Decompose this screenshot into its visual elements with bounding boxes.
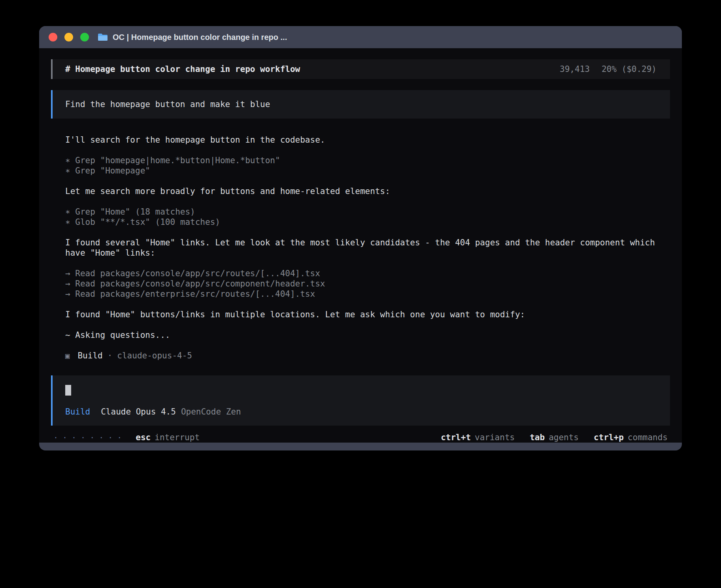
tool-call-grep: ∗ Grep "Home" (18 matches) xyxy=(65,207,656,217)
shortcut-commands[interactable]: ctrl+p commands xyxy=(594,432,668,443)
user-message: Find the homepage button and make it blu… xyxy=(51,90,670,119)
folder-icon xyxy=(98,33,108,41)
key-ctrl-t: ctrl+t xyxy=(441,432,471,443)
model-name[interactable]: Claude Opus 4.5 xyxy=(101,407,176,417)
tool-call-grep: ∗ Grep "Homepage" xyxy=(65,166,656,176)
model-line: Build Claude Opus 4.5 OpenCode Zen xyxy=(65,407,657,417)
tool-call-read: → Read packages/console/app/src/componen… xyxy=(65,279,656,289)
label-commands: commands xyxy=(628,432,668,443)
assistant-text: I found "Home" buttons/links in multiple… xyxy=(65,309,656,320)
user-message-text: Find the homepage button and make it blu… xyxy=(65,99,270,109)
close-button[interactable] xyxy=(49,33,57,41)
tool-call-read: → Read packages/enterprise/src/routes/[.… xyxy=(65,289,656,299)
key-esc: esc xyxy=(136,432,151,443)
shortcut-variants[interactable]: ctrl+t variants xyxy=(441,432,515,443)
token-count: 39,413 xyxy=(560,64,590,74)
key-tab: tab xyxy=(530,432,545,443)
title-group: OC | Homepage button color change in rep… xyxy=(98,33,287,42)
assistant-text: I found several "Home" links. Let me loo… xyxy=(65,237,656,258)
tool-call-grep: ∗ Grep "homepage|home.*button|Home.*butt… xyxy=(65,155,656,166)
spinner-icon: ········ xyxy=(53,432,126,443)
shortcut-interrupt[interactable]: esc interrupt xyxy=(136,432,200,443)
tool-call-group: → Read packages/console/app/src/routes/[… xyxy=(65,268,656,299)
tool-call-group: ∗ Grep "Home" (18 matches) ∗ Glob "**/*.… xyxy=(65,207,656,227)
session-title: # Homepage button color change in repo w… xyxy=(65,64,300,74)
assistant-text: Let me search more broadly for buttons a… xyxy=(65,186,656,196)
terminal-content: # Homepage button color change in repo w… xyxy=(39,48,682,443)
minimize-button[interactable] xyxy=(64,33,73,41)
key-ctrl-p: ctrl+p xyxy=(594,432,624,443)
working-status: ~ Asking questions... xyxy=(65,330,656,340)
session-header: # Homepage button color change in repo w… xyxy=(51,59,670,79)
context-cost: 20% ($0.29) xyxy=(602,64,657,74)
assistant-text: I'll search for the homepage button in t… xyxy=(65,135,656,145)
tool-call-read: → Read packages/console/app/src/routes/[… xyxy=(65,268,656,279)
status-bar: ········ esc interrupt ctrl+t variants t… xyxy=(51,432,670,443)
terminal-window: OC | Homepage button color change in rep… xyxy=(39,26,682,450)
label-agents: agents xyxy=(549,432,579,443)
chat-transcript: I'll search for the homepage button in t… xyxy=(51,135,670,361)
titlebar[interactable]: OC | Homepage button color change in rep… xyxy=(39,26,682,48)
tool-call-glob: ∗ Glob "**/*.tsx" (100 matches) xyxy=(65,217,656,227)
agent-icon: ▣ xyxy=(65,351,70,361)
traffic-lights xyxy=(49,33,89,41)
label-interrupt: interrupt xyxy=(155,432,200,443)
shortcut-agents[interactable]: tab agents xyxy=(530,432,579,443)
agent-name: Build xyxy=(77,351,102,361)
status-left: ········ esc interrupt xyxy=(53,432,200,443)
status-right: ctrl+t variants tab agents ctrl+p comman… xyxy=(441,432,668,443)
agent-badge: ▣ Build · claude-opus-4-5 xyxy=(65,351,656,361)
tool-call-group: ∗ Grep "homepage|home.*button|Home.*butt… xyxy=(65,155,656,176)
session-stats: 39,413 20% ($0.29) xyxy=(560,64,657,74)
agent-model: claude-opus-4-5 xyxy=(117,351,192,361)
provider-name: OpenCode Zen xyxy=(181,407,241,417)
agent-separator: · xyxy=(108,351,113,361)
window-title: OC | Homepage button color change in rep… xyxy=(113,33,287,42)
zoom-button[interactable] xyxy=(80,33,89,41)
prompt-input[interactable]: Build Claude Opus 4.5 OpenCode Zen xyxy=(51,375,670,426)
mode-label[interactable]: Build xyxy=(65,407,90,417)
text-cursor xyxy=(65,385,71,396)
label-variants: variants xyxy=(475,432,515,443)
